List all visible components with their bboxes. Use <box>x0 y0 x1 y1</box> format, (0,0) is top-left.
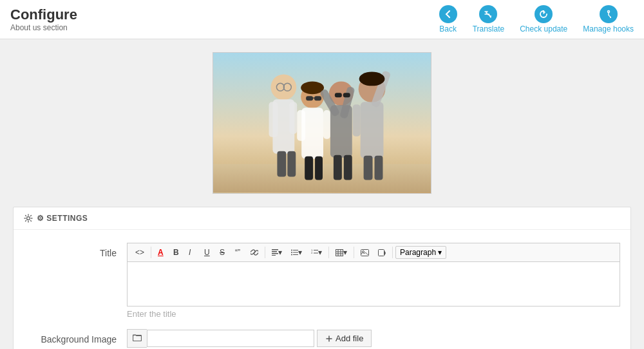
paragraph-label: Paragraph ▾ <box>400 248 442 257</box>
header-actions: Back Translate Check update Manage hooks <box>439 5 634 33</box>
svg-rect-34 <box>353 104 361 137</box>
add-file-icon <box>325 335 333 343</box>
svg-rect-60 <box>379 249 384 256</box>
sep1 <box>151 247 151 258</box>
svg-rect-36 <box>375 156 383 180</box>
check-update-button[interactable]: Check update <box>520 5 567 33</box>
svg-marker-61 <box>384 250 386 256</box>
photo-placeholder <box>213 53 431 193</box>
manage-hooks-button[interactable]: Manage hooks <box>583 5 634 33</box>
svg-rect-30 <box>343 93 350 97</box>
svg-rect-29 <box>335 93 342 97</box>
translate-button[interactable]: Translate <box>473 5 505 33</box>
svg-rect-40 <box>272 251 277 252</box>
bold-btn[interactable]: B <box>169 246 184 259</box>
check-update-label: Check update <box>520 24 567 33</box>
file-browse-icon-btn[interactable] <box>127 329 147 348</box>
background-image-field-content: Add file Maximum image size: 2 MB. <box>127 329 620 349</box>
svg-rect-6 <box>269 102 278 137</box>
svg-rect-46 <box>293 252 298 253</box>
image-preview <box>213 52 431 194</box>
translate-icon <box>479 5 497 23</box>
svg-rect-9 <box>287 151 296 177</box>
back-label: Back <box>439 24 457 33</box>
settings-header: ⚙ SETTINGS <box>14 207 630 230</box>
svg-rect-48 <box>293 254 298 255</box>
align-btn[interactable]: ▾ <box>268 246 286 259</box>
link-btn[interactable] <box>247 247 262 258</box>
svg-rect-50 <box>314 250 318 250</box>
page-title: Configure <box>10 6 77 23</box>
add-file-label: Add file <box>336 334 363 343</box>
settings-body: Title <> A B I U S “” <box>14 230 630 349</box>
svg-rect-28 <box>344 155 352 180</box>
svg-rect-32 <box>361 102 384 158</box>
manage-hooks-label: Manage hooks <box>583 24 634 33</box>
svg-rect-19 <box>306 96 313 100</box>
page-header: Configure About us section Back Translat… <box>0 0 644 39</box>
source-btn[interactable]: <> <box>131 246 148 259</box>
svg-rect-44 <box>293 250 298 250</box>
group-photo-svg <box>213 52 431 193</box>
svg-rect-35 <box>364 156 373 180</box>
title-label: Title <box>24 243 127 258</box>
svg-rect-41 <box>272 253 278 254</box>
file-input-row: Add file <box>127 329 620 348</box>
check-update-icon <box>535 5 553 23</box>
svg-rect-20 <box>314 96 321 100</box>
svg-rect-15 <box>297 110 305 141</box>
back-icon <box>439 5 457 23</box>
svg-point-45 <box>291 252 292 253</box>
svg-point-43 <box>291 250 292 251</box>
italic-btn[interactable]: I <box>185 246 199 259</box>
back-button[interactable]: Back <box>439 5 457 33</box>
sep3 <box>328 247 329 258</box>
svg-rect-42 <box>272 255 276 256</box>
svg-rect-53 <box>336 249 343 256</box>
background-image-field-row: Background Image Add file Maximum image … <box>24 329 620 349</box>
page-subtitle: About us section <box>10 23 77 32</box>
sep5 <box>392 247 393 258</box>
image-btn[interactable] <box>357 247 373 258</box>
title-field-row: Title <> A B I U S “” <box>24 243 620 319</box>
underline-btn[interactable]: U <box>200 246 214 259</box>
title-editor[interactable] <box>127 261 620 307</box>
svg-text:2.: 2. <box>311 251 313 254</box>
svg-point-37 <box>359 71 385 86</box>
svg-rect-18 <box>315 156 323 180</box>
background-image-label: Background Image <box>24 329 127 344</box>
blockquote-btn[interactable]: “” <box>231 246 245 259</box>
sep4 <box>354 247 354 258</box>
svg-rect-8 <box>277 151 286 177</box>
svg-rect-16 <box>323 110 330 139</box>
svg-rect-7 <box>289 102 297 134</box>
manage-hooks-icon <box>600 5 618 23</box>
settings-label: ⚙ SETTINGS <box>37 214 88 223</box>
paragraph-dropdown[interactable]: Paragraph ▾ <box>395 246 446 259</box>
settings-panel: ⚙ SETTINGS Title <> A B I U S “” <box>13 207 631 349</box>
title-placeholder: Enter the title <box>127 309 620 319</box>
svg-point-38 <box>27 217 30 220</box>
font-color-btn[interactable]: A <box>154 246 168 259</box>
list-ordered-btn[interactable]: 1.2. ▾ <box>307 246 326 259</box>
table-btn[interactable]: ▾ <box>332 246 351 259</box>
editor-toolbar: <> A B I U S “” ▾ <box>127 243 620 261</box>
settings-gear-icon <box>24 214 33 223</box>
file-path-input[interactable] <box>147 330 314 347</box>
sep2 <box>265 247 265 258</box>
add-file-button[interactable]: Add file <box>317 330 372 347</box>
title-field-content: <> A B I U S “” ▾ <box>127 243 620 319</box>
svg-point-22 <box>301 81 324 94</box>
svg-rect-27 <box>334 155 342 180</box>
svg-rect-39 <box>272 249 278 250</box>
header-title-block: Configure About us section <box>10 6 77 32</box>
main-content: ⚙ SETTINGS Title <> A B I U S “” <box>0 39 644 349</box>
media-btn[interactable] <box>374 247 390 258</box>
svg-rect-52 <box>314 253 318 254</box>
svg-rect-17 <box>305 156 313 180</box>
svg-point-1 <box>610 17 611 18</box>
strikethrough-btn[interactable]: S <box>216 246 230 259</box>
svg-point-47 <box>291 254 292 256</box>
list-unordered-btn[interactable]: ▾ <box>287 246 306 259</box>
folder-icon <box>133 333 142 342</box>
